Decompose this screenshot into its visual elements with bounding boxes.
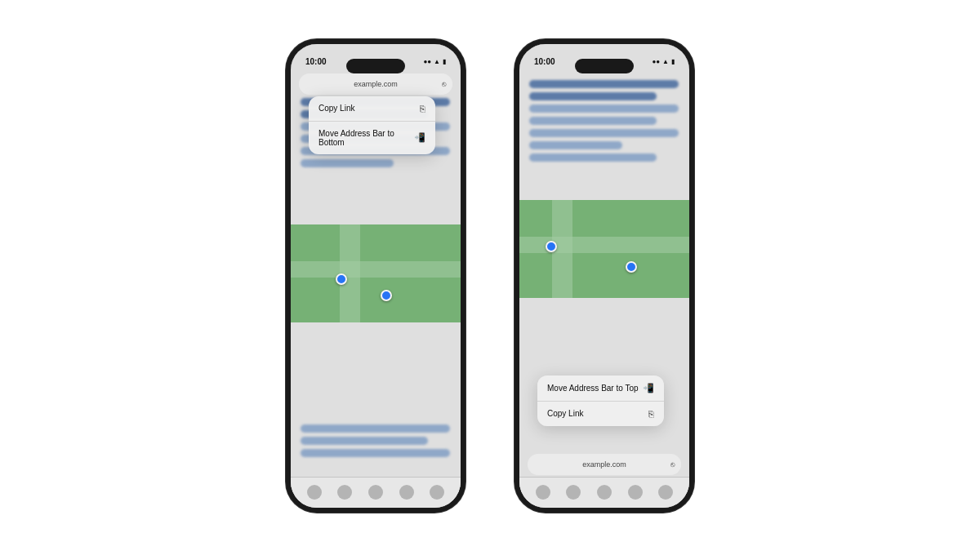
copy-link-label-left: Copy Link [318,104,354,113]
context-menu-right: Move Address Bar to Top 📲 Copy Link ⎘ [537,375,664,426]
context-menu-item-copy-link-right[interactable]: Copy Link ⎘ [537,402,664,426]
context-menu-item-move-bar-right[interactable]: Move Address Bar to Top 📲 [537,375,664,402]
phone-screen-top: 10:00 ●● ▲ ▮ example.com ⎋ [291,44,461,508]
phone-screen-bottom: 10:00 ●● ▲ ▮ [519,44,689,508]
context-menu-left: Copy Link ⎘ Move Address Bar to Bottom 📲 [309,96,435,154]
phone-top: 10:00 ●● ▲ ▮ example.com ⎋ [286,39,466,513]
context-menu-item-copy-link-left[interactable]: Copy Link ⎘ [309,96,435,122]
phone-bottom-address-bar-wrapper: 10:00 ●● ▲ ▮ [514,39,694,513]
move-bar-icon-left: 📲 [414,132,425,143]
context-menu-item-move-bar-left[interactable]: Move Address Bar to Bottom 📲 [309,122,435,154]
move-bar-label-right: Move Address Bar to Top [547,384,639,393]
move-bar-icon-right: 📲 [643,383,654,393]
copy-link-label-right: Copy Link [547,409,583,418]
copy-icon-left: ⎘ [420,104,425,113]
phone-top-address-bar-wrapper: 10:00 ●● ▲ ▮ example.com ⎋ [286,39,466,513]
copy-icon-right: ⎘ [648,409,654,419]
overlay-right [519,44,689,508]
move-bar-label-left: Move Address Bar to Bottom [318,129,414,147]
phone-bottom: 10:00 ●● ▲ ▮ [514,39,694,513]
